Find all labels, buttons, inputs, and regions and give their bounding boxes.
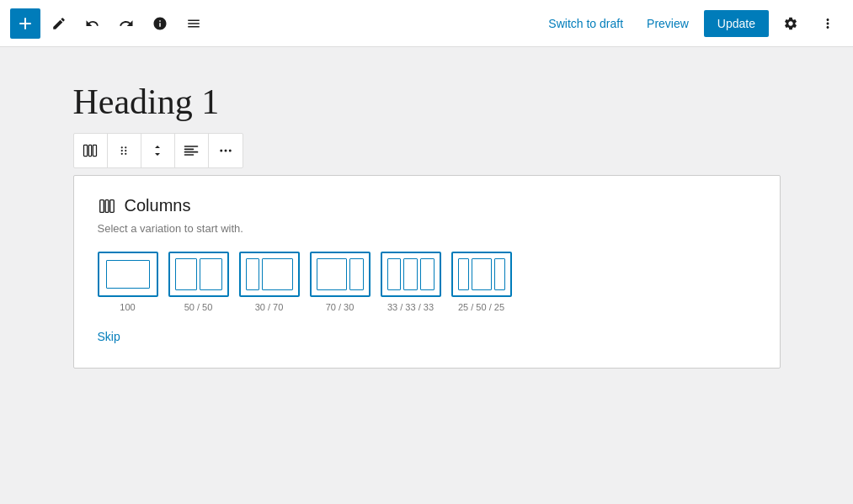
variation-30-70-label: 30 / 70 bbox=[255, 302, 284, 312]
svg-point-5 bbox=[121, 150, 123, 151]
variation-25-50-25[interactable]: 25 / 50 / 25 bbox=[451, 252, 512, 312]
top-toolbar: Switch to draft Preview Update bbox=[0, 0, 853, 47]
columns-subtitle: Select a variation to start with. bbox=[98, 222, 756, 235]
variation-70-30[interactable]: 70 / 30 bbox=[310, 252, 371, 312]
columns-block-icon bbox=[98, 197, 116, 215]
variation-33-33-33[interactable]: 33 / 33 / 33 bbox=[381, 252, 441, 312]
settings-button[interactable] bbox=[776, 8, 806, 39]
more-block-options-btn[interactable] bbox=[209, 134, 243, 167]
variation-33-33-33-label: 33 / 33 / 33 bbox=[387, 302, 434, 312]
svg-rect-12 bbox=[99, 200, 104, 213]
redo-button[interactable] bbox=[111, 8, 141, 39]
columns-block: Columns Select a variation to start with… bbox=[73, 175, 781, 369]
columns-icon-btn[interactable] bbox=[74, 134, 108, 167]
variation-100-label: 100 bbox=[120, 302, 135, 312]
svg-point-8 bbox=[125, 153, 126, 155]
svg-point-6 bbox=[125, 150, 126, 151]
variation-70-30-label: 70 / 30 bbox=[326, 302, 355, 312]
switch-to-draft-button[interactable]: Switch to draft bbox=[540, 12, 632, 35]
add-block-button[interactable] bbox=[10, 8, 40, 39]
variation-grid: 100 50 / 50 30 / 70 bbox=[98, 252, 756, 312]
variation-30-70[interactable]: 30 / 70 bbox=[239, 252, 300, 312]
columns-header: Columns bbox=[98, 196, 756, 215]
align-btn[interactable] bbox=[175, 134, 209, 167]
variation-100[interactable]: 100 bbox=[98, 252, 158, 312]
more-options-button[interactable] bbox=[813, 8, 843, 39]
toolbar-right: Switch to draft Preview Update bbox=[540, 8, 843, 39]
heading[interactable]: Heading 1 bbox=[73, 81, 781, 123]
variation-50-50[interactable]: 50 / 50 bbox=[168, 252, 229, 312]
svg-rect-0 bbox=[84, 146, 88, 157]
svg-point-10 bbox=[224, 150, 227, 152]
svg-rect-1 bbox=[88, 146, 91, 157]
svg-point-11 bbox=[228, 150, 231, 152]
move-up-down-btn[interactable] bbox=[141, 134, 175, 167]
skip-link[interactable]: Skip bbox=[98, 330, 120, 343]
toolbar-left bbox=[10, 8, 536, 39]
svg-point-3 bbox=[121, 147, 123, 149]
info-button[interactable] bbox=[145, 8, 175, 39]
block-toolbar bbox=[73, 133, 243, 168]
drag-handle-btn[interactable] bbox=[108, 134, 141, 167]
editor-area: Heading 1 bbox=[0, 47, 853, 504]
variation-50-50-label: 50 / 50 bbox=[184, 302, 213, 312]
tools-button[interactable] bbox=[44, 8, 74, 39]
svg-rect-2 bbox=[93, 146, 96, 157]
preview-button[interactable]: Preview bbox=[638, 12, 697, 35]
svg-point-4 bbox=[125, 147, 126, 149]
undo-button[interactable] bbox=[77, 8, 108, 39]
variation-25-50-25-label: 25 / 50 / 25 bbox=[458, 302, 504, 312]
list-view-button[interactable] bbox=[179, 8, 209, 39]
svg-rect-14 bbox=[109, 200, 114, 213]
svg-point-9 bbox=[220, 150, 222, 152]
columns-block-title: Columns bbox=[125, 196, 191, 215]
update-button[interactable]: Update bbox=[704, 10, 769, 37]
svg-point-7 bbox=[121, 153, 123, 155]
editor-content: Heading 1 bbox=[73, 81, 781, 487]
svg-rect-13 bbox=[105, 200, 109, 213]
